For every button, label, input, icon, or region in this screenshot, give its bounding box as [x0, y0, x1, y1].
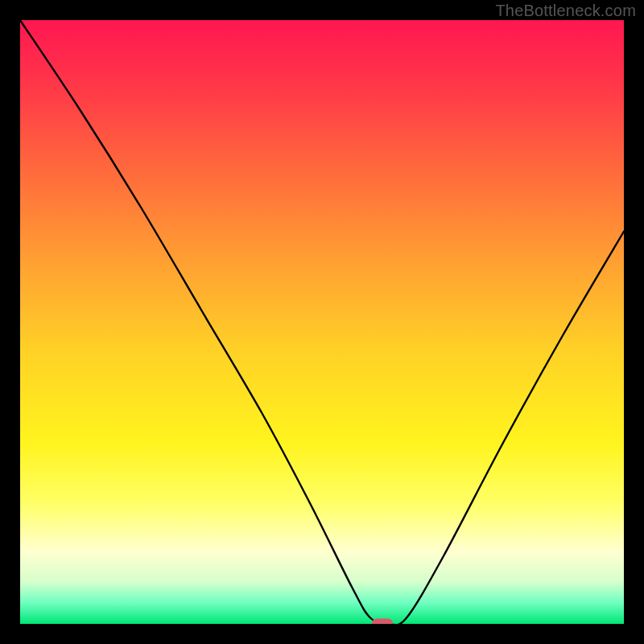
- watermark-text: TheBottleneck.com: [495, 2, 636, 20]
- chart-svg: [20, 20, 624, 624]
- optimum-marker: [372, 619, 393, 625]
- plot-area: [20, 20, 624, 624]
- gradient-background: [20, 20, 624, 624]
- chart-frame: TheBottleneck.com: [0, 0, 644, 644]
